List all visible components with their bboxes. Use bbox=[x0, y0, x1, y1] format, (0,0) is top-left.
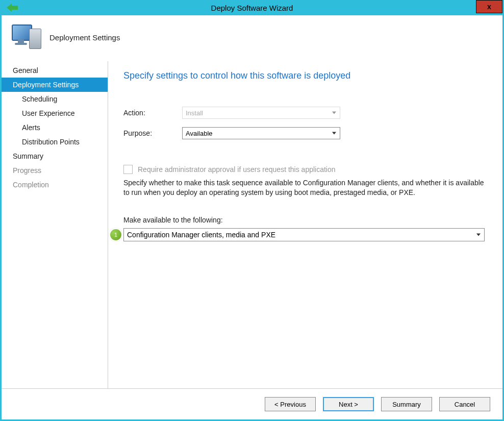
summary-button[interactable]: Summary bbox=[381, 397, 432, 411]
window-title: Deploy Software Wizard bbox=[2, 4, 502, 12]
make-available-label: Make available to the following: bbox=[123, 216, 487, 224]
action-label: Action: bbox=[123, 109, 182, 117]
sidebar-item-alerts[interactable]: Alerts bbox=[2, 120, 108, 135]
sidebar-item-deployment-settings[interactable]: Deployment Settings bbox=[2, 78, 108, 92]
purpose-label: Purpose: bbox=[123, 129, 182, 137]
sidebar-item-progress: Progress bbox=[2, 163, 108, 178]
main-heading: Specify settings to control how this sof… bbox=[123, 70, 487, 81]
next-button[interactable]: Next > bbox=[323, 397, 374, 411]
wizard-main: Specify settings to control how this sof… bbox=[108, 61, 502, 388]
wizard-window: Deploy Software Wizard x Deployment Sett… bbox=[0, 0, 504, 421]
purpose-row: Purpose: Available bbox=[123, 127, 487, 139]
annotation-badge-1: 1 bbox=[109, 228, 122, 241]
purpose-select[interactable]: Available bbox=[182, 127, 340, 139]
wizard-header: Deployment Settings bbox=[2, 15, 502, 61]
require-approval-checkbox bbox=[123, 165, 133, 174]
wizard-footer: < Previous Next > Summary Cancel bbox=[2, 388, 502, 419]
wizard-body: General Deployment Settings Scheduling U… bbox=[2, 61, 502, 388]
sidebar-item-scheduling[interactable]: Scheduling bbox=[2, 92, 108, 106]
make-available-select[interactable]: Configuration Manager clients, media and… bbox=[123, 228, 485, 241]
wizard-sidebar: General Deployment Settings Scheduling U… bbox=[2, 61, 108, 388]
titlebar: Deploy Software Wizard x bbox=[2, 0, 502, 15]
action-row: Action: Install bbox=[123, 107, 487, 119]
annotation-badge-number: 1 bbox=[114, 232, 117, 238]
cancel-button[interactable]: Cancel bbox=[439, 397, 490, 411]
close-icon: x bbox=[487, 3, 491, 11]
sidebar-item-distribution-points[interactable]: Distribution Points bbox=[2, 135, 108, 149]
close-button[interactable]: x bbox=[476, 0, 502, 13]
make-available-row: 1 Configuration Manager clients, media a… bbox=[123, 228, 487, 241]
sidebar-item-user-experience[interactable]: User Experience bbox=[2, 106, 108, 120]
availability-description: Specify whether to make this task sequen… bbox=[123, 178, 487, 197]
action-select: Install bbox=[182, 107, 340, 119]
sidebar-item-completion: Completion bbox=[2, 178, 108, 192]
require-approval-label: Require administrator approval if users … bbox=[138, 165, 336, 174]
computer-icon bbox=[12, 24, 40, 50]
page-title: Deployment Settings bbox=[49, 33, 120, 42]
sidebar-item-general[interactable]: General bbox=[2, 63, 108, 78]
previous-button[interactable]: < Previous bbox=[265, 397, 316, 411]
sidebar-item-summary[interactable]: Summary bbox=[2, 149, 108, 163]
require-approval-row: Require administrator approval if users … bbox=[123, 165, 487, 174]
